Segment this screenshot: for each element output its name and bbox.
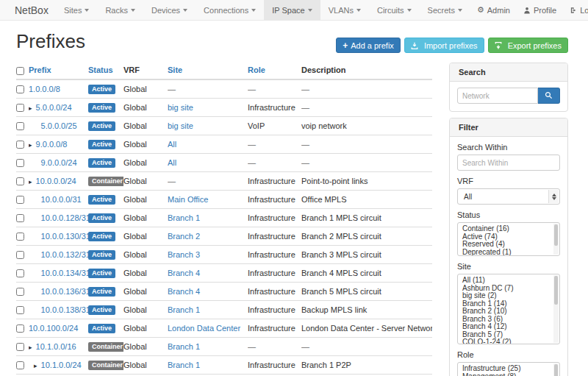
prefix-link[interactable]: 5.0.0.0/25 [41, 121, 77, 130]
description-cell: Branch 1 MPLS circuit [301, 208, 432, 227]
site-link[interactable]: Branch 1 [168, 213, 200, 222]
row-checkbox[interactable] [16, 251, 24, 259]
site-listbox[interactable]: All (11)Ashburn DC (7)big site (2)Branch… [457, 274, 560, 344]
role-option[interactable]: Management (8) [462, 373, 552, 376]
status-badge: Active [88, 213, 115, 223]
vrf-select[interactable]: All [457, 188, 560, 205]
profile-menu-item[interactable]: Profile [517, 0, 563, 20]
column-header-site[interactable]: Site [168, 65, 182, 74]
chevron-down-icon [356, 9, 361, 12]
site-link[interactable]: big site [168, 103, 193, 112]
prefix-link[interactable]: 10.0.0.134/31 [41, 269, 88, 277]
row-checkbox[interactable] [16, 324, 24, 333]
prefix-link[interactable]: 9.0.0.0/24 [41, 158, 77, 167]
row-checkbox[interactable] [16, 214, 24, 222]
row-checkbox[interactable] [16, 141, 24, 149]
column-header-prefix[interactable]: Prefix [29, 65, 51, 74]
search-button[interactable] [538, 88, 560, 104]
nav-item-ip-space[interactable]: IP Space [264, 0, 320, 20]
scrollbar[interactable] [553, 275, 559, 343]
row-checkbox[interactable] [16, 177, 24, 185]
nav-item-racks[interactable]: Racks [97, 0, 143, 20]
prefix-link[interactable]: 10.0.0.130/31 [41, 232, 88, 241]
scrollbar[interactable] [553, 224, 559, 255]
vrf-cell: Global [123, 245, 168, 263]
site-link[interactable]: Branch 4 [168, 269, 200, 277]
site-link[interactable]: All [168, 158, 176, 167]
row-checkbox[interactable] [16, 122, 24, 130]
description-cell: — [301, 337, 432, 355]
row-checkbox[interactable] [16, 104, 24, 112]
nav-item-connections[interactable]: Connections [196, 0, 264, 20]
role-listbox[interactable]: Infrastructure (25)Management (8)Private… [457, 362, 560, 376]
table-row: ▸ 5.0.0.0/24 Active Global big site Infr… [16, 98, 432, 116]
prefix-link[interactable]: 10.0.0.0/24 [36, 177, 76, 185]
row-checkbox[interactable] [16, 343, 24, 351]
column-header-status[interactable]: Status [88, 65, 113, 74]
row-checkbox[interactable] [16, 85, 24, 93]
row-checkbox[interactable] [16, 288, 24, 296]
import-prefixes-button[interactable]: Import prefixes [404, 38, 484, 53]
admin-menu-item[interactable]: ⚙Admin [470, 0, 517, 20]
prefix-link[interactable]: 1.0.0.0/8 [29, 85, 60, 93]
site-option[interactable]: All (11) [462, 277, 552, 285]
site-link[interactable]: big site [168, 121, 193, 130]
status-badge: Active [88, 269, 115, 278]
status-option[interactable]: Deprecated (1) [462, 249, 552, 257]
brand-logo[interactable]: NetBox [15, 0, 49, 20]
site-link[interactable]: Branch 1 [168, 342, 200, 351]
scrollbar[interactable] [553, 363, 559, 376]
prefix-link[interactable]: 10.1.0.0/24 [41, 361, 82, 369]
row-checkbox[interactable] [16, 269, 24, 277]
status-listbox[interactable]: Container (16)Active (74)Reserved (4)Dep… [457, 222, 560, 256]
row-checkbox[interactable] [16, 196, 24, 204]
nav-item-circuits[interactable]: Circuits [369, 0, 420, 20]
log-out-menu-item[interactable]: Log out [563, 0, 588, 20]
site-option[interactable]: Branch 2 (10) [462, 308, 552, 316]
export-prefixes-button[interactable]: Export prefixes [488, 38, 568, 53]
nav-item-secrets[interactable]: Secrets [420, 0, 470, 20]
site-link[interactable]: Branch 4 [168, 287, 200, 296]
prefix-link[interactable]: 5.0.0.0/24 [36, 103, 72, 112]
nav-item-devices[interactable]: Devices [143, 0, 196, 20]
site-label: Site [457, 262, 560, 271]
search-input[interactable] [457, 88, 538, 104]
row-checkbox[interactable] [16, 233, 24, 241]
row-checkbox[interactable] [16, 361, 24, 369]
add-prefix-button[interactable]: + Add a prefix [336, 38, 401, 53]
prefix-table-area: PrefixStatusVRFSiteRoleDescription 1.0.0… [16, 63, 432, 376]
prefix-link[interactable]: 10.0.0.138/31 [41, 305, 88, 314]
prefix-link[interactable]: 10.0.0.128/31 [41, 213, 88, 222]
site-link[interactable]: London Data Center [168, 324, 240, 333]
vrf-cell: Global [123, 98, 168, 116]
prefix-link[interactable]: 10.0.0.0/31 [41, 195, 82, 204]
description-cell: Branch 4 MPLS circuit [301, 263, 432, 282]
row-checkbox[interactable] [16, 306, 24, 314]
site-link[interactable]: Branch 1 [168, 361, 200, 369]
column-header-role[interactable]: Role [248, 65, 265, 74]
description-cell: — [301, 153, 432, 171]
site-link[interactable]: Branch 3 [168, 250, 200, 259]
status-option[interactable]: Container (16) [462, 225, 552, 233]
export-icon [495, 42, 502, 49]
row-checkbox[interactable] [16, 159, 24, 167]
description-cell: Backup MPLS link [301, 300, 432, 319]
site-link[interactable]: Branch 1 [168, 305, 200, 314]
nav-item-vlans[interactable]: VLANs [320, 0, 369, 20]
site-option[interactable]: Branch 4 (12) [462, 323, 552, 331]
status-option[interactable]: Reserved (4) [462, 241, 552, 249]
prefix-link[interactable]: 10.0.0.132/31 [41, 250, 88, 259]
prefix-link[interactable]: 10.0.0.136/31 [41, 287, 88, 296]
site-option[interactable]: COLO-1-24 (2) [462, 338, 552, 344]
nav-item-sites[interactable]: Sites [56, 0, 97, 20]
role-option[interactable]: Infrastructure (25) [462, 365, 552, 373]
prefix-link[interactable]: 10.0.100.0/24 [29, 324, 78, 333]
site-link[interactable]: Main Office [168, 195, 208, 204]
prefix-link[interactable]: 10.1.0.0/16 [36, 342, 76, 351]
select-all-checkbox[interactable] [16, 67, 24, 75]
site-link[interactable]: All [168, 140, 176, 149]
site-option[interactable]: big site (2) [462, 292, 552, 300]
site-link[interactable]: Branch 2 [168, 232, 200, 241]
prefix-link[interactable]: 9.0.0.0/8 [36, 140, 68, 149]
search-within-input[interactable] [457, 155, 560, 171]
